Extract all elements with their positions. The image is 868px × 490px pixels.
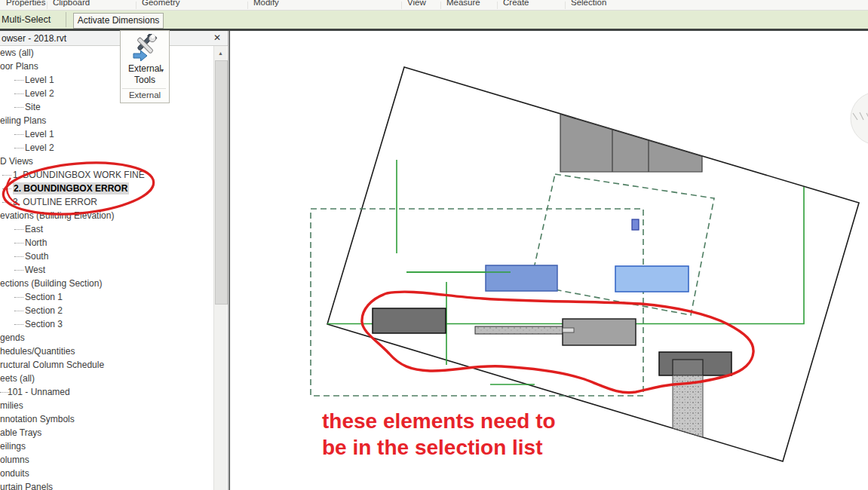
tree-item-label: gends [0, 332, 25, 343]
tree-item[interactable]: nnotation Symbols [0, 412, 213, 426]
external-tools-panel: External Tools ▾ External [120, 30, 170, 103]
tree-item[interactable]: eiling Plans [0, 114, 213, 127]
tree-item-label: Level 1 [25, 75, 54, 85]
tree-item-label: Section 3 [25, 319, 63, 329]
tree-item-label: eiling Plans [0, 115, 46, 126]
tree-branch-dots [14, 93, 23, 94]
panel-separator [401, 2, 402, 9]
project-browser-tree: ews (all)oor PlansLevel 1Level 2Siteeili… [0, 46, 213, 490]
tree-item-label: urtain Panels [0, 482, 53, 490]
tree-item-label: West [25, 265, 45, 275]
tree-item[interactable]: Section 2 [0, 304, 213, 317]
tree-item[interactable]: oor Plans [0, 60, 213, 73]
project-browser-panel: owser - 2018.rvt ✕ ews (all)oor PlansLev… [0, 31, 229, 490]
tree-item[interactable]: 3. OUTLINE ERROR [0, 195, 213, 209]
panel-separator [47, 2, 48, 9]
tree-item[interactable]: able Trays [0, 426, 213, 439]
tree-item[interactable]: eilings [0, 439, 213, 453]
tree-item[interactable]: 2. BOUNDINGBOX ERROR [0, 182, 213, 195]
tree-item[interactable]: Level 1 [0, 73, 213, 87]
tree-branch-dots [14, 107, 23, 108]
ribbon-panel-selection[interactable]: Selection [571, 0, 606, 7]
activate-dimensions-button[interactable]: Activate Dimensions [73, 13, 164, 29]
tree-item-label: East [25, 224, 43, 234]
external-tools-button-label2[interactable]: Tools [121, 75, 169, 85]
tree-item[interactable]: Section 3 [0, 317, 213, 331]
tree-item-label: Level 2 [25, 88, 54, 99]
external-panel-label: External [121, 90, 169, 100]
scrollbar-thumb[interactable] [215, 60, 228, 305]
tab-multi-select[interactable]: Multi-Select [2, 14, 51, 25]
ribbon-panel-view[interactable]: View [407, 0, 426, 7]
tree-item[interactable]: ructural Column Schedule [0, 358, 213, 372]
tree-item-label: milies [0, 400, 23, 411]
external-tools-wrench-hammer-icon[interactable] [133, 34, 158, 61]
chevron-down-icon[interactable]: ▾ [161, 67, 164, 74]
ribbon-panel-geometry[interactable]: Geometry [142, 0, 180, 7]
tree-branch-dots [14, 243, 23, 243]
tree-item-label: Level 1 [25, 129, 54, 139]
tree-branch-dots [14, 229, 23, 230]
ribbon-panel-measure[interactable]: Measure [446, 0, 480, 7]
tree-item-label: 101 - Unnamed [8, 387, 70, 397]
ribbon-contextual-row: Multi-Select Activate Dimensions [0, 11, 868, 29]
tree-item[interactable]: West [0, 263, 213, 277]
tree-item[interactable]: ections (Building Section) [0, 277, 213, 290]
tree-branch-dots [2, 202, 11, 203]
tree-item-label: Section 1 [25, 292, 63, 302]
ribbon-panel-label-row: PropertiesClipboardGeometryModifyViewMea… [0, 0, 868, 11]
tree-item-label: hedules/Quantities [0, 346, 75, 357]
tree-item[interactable]: Site [0, 100, 213, 114]
close-icon[interactable]: ✕ [211, 32, 223, 44]
tree-branch-dots [14, 256, 23, 257]
tree-item[interactable]: onduits [0, 467, 213, 480]
tree-branch-dots [14, 148, 23, 149]
tree-item[interactable]: eets (all) [0, 372, 213, 385]
tree-item[interactable]: 1. BOUNDINGBOX WORK FINE [0, 168, 213, 182]
tree-item-label: D Views [0, 156, 33, 167]
tree-item-label: 1. BOUNDINGBOX WORK FINE [13, 170, 145, 180]
tree-item[interactable]: 101 - Unnamed [0, 385, 213, 399]
tree-item[interactable]: South [0, 250, 213, 263]
tree-branch-dots [2, 175, 11, 176]
tree-item[interactable]: urtain Panels [0, 480, 213, 490]
tree-item-label: South [25, 251, 48, 262]
tree-item[interactable]: Level 2 [0, 87, 213, 100]
tree-branch-dots [14, 324, 23, 325]
project-browser-titlebar[interactable]: owser - 2018.rvt ✕ [0, 31, 228, 46]
tree-item-label: ews (all) [0, 47, 34, 58]
tree-item-label: ections (Building Section) [0, 278, 102, 289]
ribbon-panel-create[interactable]: Create [503, 0, 529, 7]
tree-item[interactable]: ews (all) [0, 46, 213, 60]
tree-item-label: eilings [0, 441, 26, 452]
tree-item-label: ructural Column Schedule [0, 360, 104, 370]
tree-item[interactable]: East [0, 222, 213, 236]
tree-item-label: Section 2 [25, 305, 63, 316]
tree-item-label: evations (Building Elevation) [0, 210, 114, 221]
tree-item-label: North [25, 237, 47, 248]
tree-item-label: able Trays [0, 427, 41, 438]
scroll-up-icon[interactable]: ▲ [214, 47, 227, 59]
tree-item-label: olumns [0, 455, 29, 465]
tree-item[interactable]: North [0, 236, 213, 250]
tree-item[interactable]: olumns [0, 453, 213, 467]
tree-item[interactable]: hedules/Quantities [0, 345, 213, 358]
ribbon-panel-modify[interactable]: Modify [253, 0, 279, 7]
panel-separator [247, 2, 248, 9]
tree-item-label: oor Plans [0, 61, 38, 72]
tree-branch-dots [14, 311, 23, 311]
tree-item[interactable]: evations (Building Elevation) [0, 209, 213, 222]
ribbon-panel-clipboard[interactable]: Clipboard [53, 0, 90, 7]
tree-item[interactable]: D Views [0, 155, 213, 168]
tree-item[interactable]: Level 1 [0, 127, 213, 141]
tree-item-label: Level 2 [25, 142, 54, 153]
browser-scrollbar[interactable]: ▲ [213, 46, 227, 490]
red-annotation-text: these elements need to be in the selecti… [322, 408, 556, 461]
tree-item[interactable]: Level 2 [0, 141, 213, 155]
tree-item-label: 3. OUTLINE ERROR [13, 197, 97, 207]
ribbon-panel-properties[interactable]: Properties [6, 0, 45, 7]
tree-item[interactable]: Section 1 [0, 290, 213, 304]
tree-item[interactable]: milies [0, 399, 213, 412]
tree-item[interactable]: gends [0, 331, 213, 345]
panel-separator [565, 2, 566, 9]
